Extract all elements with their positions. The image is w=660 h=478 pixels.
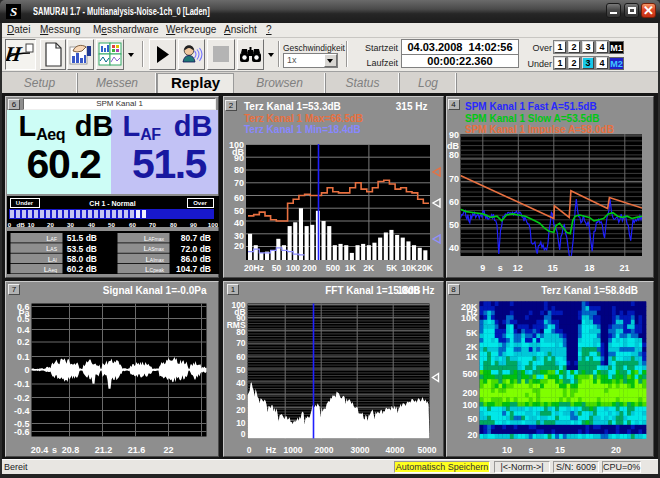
- svg-text:18: 18: [584, 263, 594, 273]
- svg-text:15: 15: [555, 444, 565, 454]
- svg-text:100: 100: [286, 263, 300, 273]
- svg-text:20: 20: [468, 429, 478, 439]
- svg-text:30: 30: [236, 391, 246, 401]
- svg-text:70: 70: [236, 337, 246, 347]
- svg-text:86.0 dB: 86.0 dB: [180, 254, 210, 264]
- svg-text:dB: dB: [16, 221, 25, 228]
- svg-text:1000: 1000: [284, 444, 303, 454]
- svg-text:40: 40: [88, 221, 95, 228]
- svg-text:4000: 4000: [386, 444, 405, 454]
- svg-text:10: 10: [27, 221, 34, 228]
- svg-text:2000: 2000: [315, 444, 334, 454]
- svg-text:5K: 5K: [386, 263, 398, 273]
- svg-text:12: 12: [513, 263, 523, 273]
- svg-text:0: 0: [241, 428, 246, 438]
- svg-text:500: 500: [463, 368, 478, 378]
- svg-text:80: 80: [170, 221, 177, 228]
- svg-text:20: 20: [47, 221, 54, 228]
- svg-text:15: 15: [548, 263, 558, 273]
- svg-text:104.7 dB: 104.7 dB: [176, 264, 211, 274]
- svg-text:60: 60: [236, 351, 246, 361]
- svg-text:20: 20: [236, 404, 246, 414]
- svg-text:21: 21: [619, 263, 629, 273]
- svg-text:0.1: 0.1: [16, 351, 29, 361]
- svg-text:5K: 5K: [466, 327, 478, 337]
- svg-text:50: 50: [272, 263, 282, 273]
- svg-text:80.7 dB: 80.7 dB: [180, 233, 210, 243]
- svg-text:10: 10: [502, 444, 512, 454]
- svg-text:9: 9: [480, 263, 485, 273]
- svg-text:80: 80: [234, 165, 244, 175]
- svg-text:1K: 1K: [466, 351, 478, 361]
- svg-text:dB: dB: [447, 141, 459, 151]
- svg-text:20K: 20K: [417, 263, 433, 273]
- svg-text:500: 500: [326, 263, 340, 273]
- svg-text:58.0 dB: 58.0 dB: [66, 254, 96, 264]
- svg-text:s: s: [51, 444, 56, 454]
- svg-text:60.2 dB: 60.2 dB: [66, 264, 96, 274]
- svg-text:LAI: LAI: [47, 255, 56, 264]
- svg-text:60: 60: [234, 193, 244, 203]
- svg-text:s: s: [528, 444, 533, 454]
- svg-text:50: 50: [234, 206, 244, 216]
- svg-text:50: 50: [108, 221, 115, 228]
- svg-text:21.6: 21.6: [127, 444, 145, 454]
- svg-text:200: 200: [463, 387, 478, 397]
- svg-text:Hz: Hz: [266, 444, 276, 454]
- svg-text:70: 70: [149, 221, 156, 228]
- svg-text:80: 80: [449, 150, 459, 160]
- svg-text:LAS: LAS: [45, 244, 57, 253]
- svg-text:-0.6: -0.6: [13, 426, 29, 436]
- svg-text:1K: 1K: [345, 263, 357, 273]
- svg-text:LAeq: LAeq: [43, 265, 57, 274]
- svg-text:20.4: 20.4: [30, 444, 48, 454]
- svg-text:20Hz: 20Hz: [244, 263, 264, 273]
- svg-text:0: 0: [7, 221, 11, 228]
- svg-text:22: 22: [163, 444, 173, 454]
- svg-text:70: 70: [449, 174, 459, 184]
- svg-text:200: 200: [303, 263, 317, 273]
- svg-text:LAF: LAF: [46, 234, 57, 243]
- svg-text:50: 50: [468, 413, 478, 423]
- svg-text:10: 10: [236, 417, 246, 427]
- svg-text:LCpeak: LCpeak: [145, 265, 164, 274]
- svg-text:30: 30: [234, 231, 244, 241]
- svg-text:LAImax: LAImax: [145, 255, 164, 264]
- svg-text:60: 60: [449, 197, 459, 207]
- svg-text:100: 100: [463, 399, 478, 409]
- svg-text:30: 30: [67, 221, 74, 228]
- svg-text:90: 90: [234, 153, 244, 163]
- svg-text:-0.4: -0.4: [13, 405, 29, 415]
- svg-text:0: 0: [247, 444, 252, 454]
- svg-text:10K: 10K: [461, 312, 478, 322]
- svg-text:90: 90: [190, 221, 197, 228]
- svg-text:0: 0: [24, 364, 29, 374]
- svg-text:10K: 10K: [401, 263, 417, 273]
- svg-text:0.4: 0.4: [16, 324, 29, 334]
- svg-text:5000: 5000: [418, 444, 437, 454]
- svg-text:LAFmax: LAFmax: [143, 234, 164, 243]
- svg-text:LASmax: LASmax: [143, 244, 164, 253]
- svg-text:50: 50: [449, 220, 459, 230]
- svg-text:20: 20: [234, 241, 244, 251]
- svg-text:s: s: [498, 263, 503, 273]
- svg-text:50: 50: [236, 364, 246, 374]
- svg-text:-0.1: -0.1: [13, 379, 29, 389]
- svg-text:20: 20: [611, 444, 621, 454]
- svg-text:40: 40: [236, 377, 246, 387]
- svg-text:100: 100: [207, 221, 217, 228]
- svg-text:21.2: 21.2: [94, 444, 112, 454]
- svg-text:2K: 2K: [363, 263, 375, 273]
- svg-text:20.8: 20.8: [61, 444, 79, 454]
- svg-text:RMS: RMS: [227, 320, 246, 330]
- svg-text:Pa: Pa: [18, 307, 30, 317]
- svg-text:2K: 2K: [466, 341, 478, 351]
- svg-text:60: 60: [129, 221, 136, 228]
- svg-text:72.0 dB: 72.0 dB: [180, 244, 210, 254]
- svg-text:3000: 3000: [351, 444, 370, 454]
- svg-text:90: 90: [449, 130, 459, 140]
- svg-text:0.2: 0.2: [16, 337, 29, 347]
- svg-text:-0.2: -0.2: [13, 392, 29, 402]
- svg-text:51.5 dB: 51.5 dB: [66, 233, 96, 243]
- svg-text:40: 40: [449, 243, 459, 253]
